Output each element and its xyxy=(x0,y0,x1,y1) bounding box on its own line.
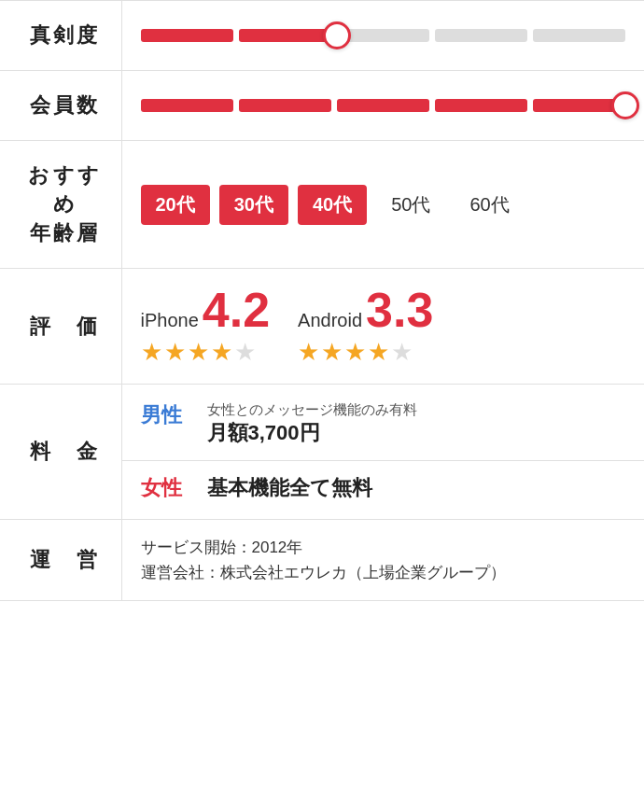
male-pricing-detail: 女性とのメッセージ機能のみ有料 月額3,700円 xyxy=(207,401,417,447)
mseg-4 xyxy=(435,99,527,112)
age-40s: 40代 xyxy=(298,185,367,225)
iphone-stars: ★ ★ ★ ★ ★ xyxy=(141,338,256,367)
operations-info: サービス開始：2012年 運営会社：株式会社エウレカ（上場企業グループ） xyxy=(141,537,626,583)
mseg-1 xyxy=(141,99,233,112)
male-pricing: 男性 女性とのメッセージ機能のみ有料 月額3,700円 xyxy=(122,385,645,461)
male-pricing-amount: 月額3,700円 xyxy=(207,419,417,447)
age-label: おすすめ 年齢層 xyxy=(0,141,121,269)
android-star-3: ★ xyxy=(344,338,366,367)
iphone-star-2: ★ xyxy=(164,338,186,367)
rating-label: 評 価 xyxy=(0,269,121,385)
female-gender-label: 女性 xyxy=(141,474,192,502)
info-table: 真剣度 会員数 xyxy=(0,0,644,601)
iphone-star-4: ★ xyxy=(211,338,232,367)
android-rating-top: Android 3.3 xyxy=(298,286,433,334)
seg-3-with-thumb xyxy=(337,29,429,42)
seriousness-row: 真剣度 xyxy=(0,1,644,71)
android-star-2: ★ xyxy=(321,338,343,367)
male-pricing-note: 女性とのメッセージ機能のみ有料 xyxy=(207,401,417,419)
operations-line1: サービス開始：2012年 xyxy=(141,537,626,558)
mseg-3 xyxy=(337,99,429,112)
members-label: 会員数 xyxy=(0,71,121,141)
operations-content: サービス開始：2012年 運営会社：株式会社エウレカ（上場企業グループ） xyxy=(121,520,644,601)
iphone-star-5: ★ xyxy=(234,338,256,367)
age-60s: 60代 xyxy=(455,185,525,225)
rating-row: 評 価 iPhone 4.2 ★ ★ ★ ★ ★ xyxy=(0,269,644,385)
seg-2 xyxy=(239,29,331,42)
age-label-line2: 年齢層 xyxy=(30,221,101,245)
pricing-label: 料 金 xyxy=(0,385,121,520)
seg-1 xyxy=(141,29,233,42)
seriousness-content xyxy=(121,1,644,71)
android-stars: ★ ★ ★ ★ ★ xyxy=(298,338,413,367)
age-content: 20代 30代 40代 50代 60代 xyxy=(121,141,644,269)
operations-row: 運 営 サービス開始：2012年 運営会社：株式会社エウレカ（上場企業グループ） xyxy=(0,520,644,601)
android-score: 3.3 xyxy=(366,286,433,334)
android-rating: Android 3.3 ★ ★ ★ ★ ★ xyxy=(298,286,433,367)
age-20s: 20代 xyxy=(141,185,210,225)
operations-line2: 運営会社：株式会社エウレカ（上場企業グループ） xyxy=(141,562,626,583)
members-content xyxy=(121,71,644,141)
android-platform: Android xyxy=(298,310,362,331)
iphone-star-3: ★ xyxy=(188,338,209,367)
iphone-rating: iPhone 4.2 ★ ★ ★ ★ ★ xyxy=(141,286,271,367)
mseg-5-with-thumb xyxy=(533,99,625,112)
operations-label: 運 営 xyxy=(0,520,121,601)
mseg-2 xyxy=(239,99,331,112)
iphone-rating-top: iPhone 4.2 xyxy=(141,286,271,334)
iphone-star-1: ★ xyxy=(141,338,162,367)
seriousness-slider xyxy=(141,29,626,42)
members-row: 会員数 xyxy=(0,71,644,141)
android-star-4: ★ xyxy=(368,338,389,367)
iphone-platform: iPhone xyxy=(141,310,199,331)
slider-thumb xyxy=(323,21,351,49)
age-50s: 50代 xyxy=(376,185,445,225)
age-30s: 30代 xyxy=(219,185,288,225)
seg-4 xyxy=(435,29,527,42)
pricing-content: 男性 女性とのメッセージ機能のみ有料 月額3,700円 女性 基本機能全て無料 xyxy=(121,385,644,520)
female-pricing: 女性 基本機能全て無料 xyxy=(122,461,645,519)
members-slider xyxy=(141,99,626,112)
age-row: おすすめ 年齢層 20代 30代 40代 50代 60代 xyxy=(0,141,644,269)
android-star-1: ★ xyxy=(298,338,319,367)
seg-5 xyxy=(533,29,625,42)
android-star-5: ★ xyxy=(391,338,413,367)
female-pricing-free: 基本機能全て無料 xyxy=(207,474,372,502)
age-label-line1: おすすめ xyxy=(28,163,102,216)
iphone-score: 4.2 xyxy=(203,286,270,334)
age-tags: 20代 30代 40代 50代 60代 xyxy=(141,185,626,225)
rating-items: iPhone 4.2 ★ ★ ★ ★ ★ Android 3.3 xyxy=(141,286,626,367)
male-pricing-row: 男性 女性とのメッセージ機能のみ有料 月額3,700円 xyxy=(141,401,626,447)
rating-content: iPhone 4.2 ★ ★ ★ ★ ★ Android 3.3 xyxy=(121,269,644,385)
members-slider-thumb xyxy=(611,91,639,119)
female-pricing-row: 女性 基本機能全て無料 xyxy=(141,474,626,502)
seriousness-label: 真剣度 xyxy=(0,1,121,71)
pricing-row: 料 金 男性 女性とのメッセージ機能のみ有料 月額3,700円 女性 基本機能全… xyxy=(0,385,644,520)
male-gender-label: 男性 xyxy=(141,401,192,429)
